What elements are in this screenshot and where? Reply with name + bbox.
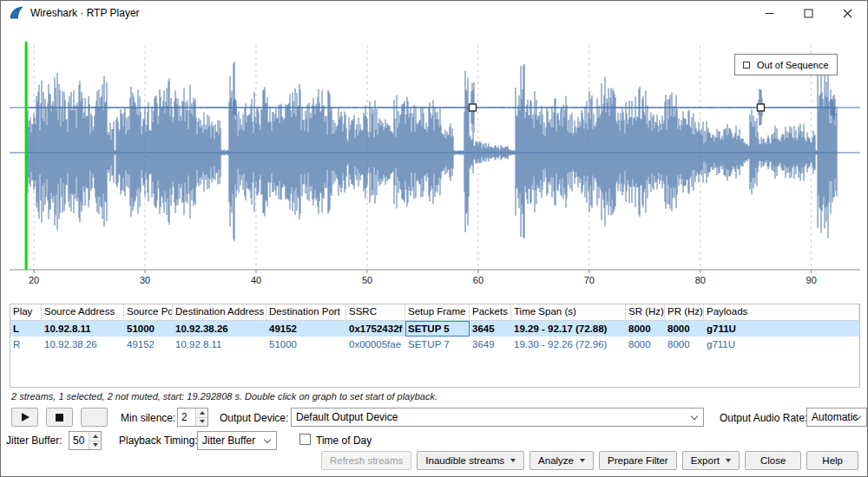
svg-text:40: 40 xyxy=(251,275,261,285)
time-of-day-label: Time of Day xyxy=(316,435,372,447)
column-header-packets[interactable]: Packets xyxy=(470,304,511,320)
column-header-destination-address[interactable]: Destination Address xyxy=(173,304,266,320)
table-cell[interactable]: 51000 xyxy=(124,321,173,337)
export-button[interactable]: Export xyxy=(682,451,740,470)
spinner-buttons[interactable] xyxy=(195,408,207,426)
legend-label: Out of Sequence xyxy=(757,60,829,70)
min-silence-spinner[interactable]: 2 xyxy=(177,408,208,427)
table-cell[interactable]: g711U xyxy=(704,337,859,352)
jitter-buffer-spinner[interactable]: 50 xyxy=(69,431,102,450)
table-cell[interactable]: 10.92.38.26 xyxy=(173,321,266,337)
output-audio-rate-combobox[interactable]: Automatic xyxy=(806,408,867,427)
column-header-sr-hz[interactable]: SR (Hz) xyxy=(626,304,665,320)
column-header-play[interactable]: Play xyxy=(10,304,42,320)
out-of-sequence-marker-icon xyxy=(743,62,750,69)
table-cell[interactable]: 49152 xyxy=(266,321,346,337)
streams-table: PlaySource AddressSource PortDestination… xyxy=(10,304,860,388)
play-icon xyxy=(22,413,30,421)
column-header-pr-hz[interactable]: PR (Hz) xyxy=(665,304,704,320)
waveform-plot[interactable]: 2030405060708090 Out of Sequence xyxy=(10,40,860,291)
inaudible-streams-button[interactable]: Inaudible streams xyxy=(417,451,524,470)
playback-timing-value: Jitter Buffer xyxy=(202,435,255,447)
svg-text:80: 80 xyxy=(695,275,706,285)
window-title: Wireshark · RTP Player xyxy=(30,7,140,19)
time-of-day-checkbox[interactable] xyxy=(299,434,311,445)
table-cell[interactable]: 0x00005fae xyxy=(346,337,405,352)
output-device-label: Output Device: xyxy=(220,412,288,424)
table-cell[interactable]: 49152 xyxy=(124,337,173,352)
output-device-value: Default Output Device xyxy=(296,411,398,423)
prepare-filter-button[interactable]: Prepare Filter xyxy=(599,451,677,470)
table-cell[interactable]: 19.29 - 92.17 (72.88) xyxy=(511,321,626,337)
table-cell[interactable]: 10.92.8.11 xyxy=(42,321,124,337)
wireshark-icon xyxy=(9,5,24,21)
table-cell[interactable]: 3645 xyxy=(470,321,511,337)
table-cell[interactable]: 10.92.38.26 xyxy=(42,337,124,352)
svg-text:20: 20 xyxy=(29,275,39,285)
playback-timing-combobox[interactable]: Jitter Buffer xyxy=(197,431,277,450)
table-cell[interactable]: L xyxy=(10,321,42,337)
min-silence-value: 2 xyxy=(178,408,195,426)
help-button[interactable]: Help xyxy=(806,451,858,470)
dropdown-arrow-icon xyxy=(510,459,516,462)
window-controls xyxy=(750,1,867,25)
legend-out-of-sequence: Out of Sequence xyxy=(734,54,838,75)
pause-button[interactable] xyxy=(81,408,108,427)
table-cell[interactable]: R xyxy=(10,337,42,352)
spin-down-icon[interactable] xyxy=(89,441,101,450)
table-cell[interactable]: SETUP 5 xyxy=(405,321,470,337)
table-body: L10.92.8.115100010.92.38.26491520x175243… xyxy=(10,321,859,352)
svg-text:50: 50 xyxy=(362,275,372,285)
table-cell[interactable]: g711U xyxy=(704,321,859,337)
table-cell[interactable]: 8000 xyxy=(665,337,704,352)
jitter-buffer-value: 50 xyxy=(69,432,89,449)
minimize-button[interactable] xyxy=(750,1,789,25)
table-cell[interactable]: 10.92.8.11 xyxy=(173,337,266,352)
column-header-destination-port[interactable]: Destination Port xyxy=(266,304,346,320)
table-cell[interactable]: 19.30 - 92.26 (72.96) xyxy=(511,337,626,352)
column-header-time-span-s[interactable]: Time Span (s) xyxy=(511,304,626,320)
table-row[interactable]: L10.92.8.115100010.92.38.26491520x175243… xyxy=(10,321,859,337)
dropdown-arrow-icon xyxy=(580,459,585,462)
dropdown-arrow-icon xyxy=(726,459,731,462)
chevron-down-icon xyxy=(264,436,271,443)
play-button[interactable] xyxy=(11,408,38,427)
spin-up-icon[interactable] xyxy=(89,432,101,441)
spinner-buttons[interactable] xyxy=(89,432,101,449)
chevron-down-icon xyxy=(691,413,698,420)
svg-text:30: 30 xyxy=(140,275,150,285)
column-header-source-port[interactable]: Source Port xyxy=(124,304,173,320)
jitter-buffer-label: Jitter Buffer: xyxy=(6,435,62,447)
column-header-source-address[interactable]: Source Address xyxy=(42,304,124,320)
titlebar: Wireshark · RTP Player xyxy=(1,1,867,25)
spin-down-icon[interactable] xyxy=(196,418,207,427)
svg-text:60: 60 xyxy=(473,275,483,285)
table-cell[interactable]: 3649 xyxy=(470,337,511,352)
column-header-ssrc[interactable]: SSRC xyxy=(346,304,405,320)
maximize-button[interactable] xyxy=(789,1,828,25)
refresh-streams-button[interactable]: Refresh streams xyxy=(321,451,411,470)
table-cell[interactable]: SETUP 7 xyxy=(405,337,470,352)
table-cell[interactable]: 0x1752432f xyxy=(346,321,405,337)
stop-button[interactable] xyxy=(46,408,73,427)
output-audio-rate-value: Automatic xyxy=(812,411,858,423)
output-device-combobox[interactable]: Default Output Device xyxy=(291,408,704,427)
waveform-svg: 2030405060708090 xyxy=(10,40,860,291)
playback-timing-label: Playback Timing: xyxy=(119,435,198,447)
close-dialog-button[interactable]: Close xyxy=(745,451,801,470)
min-silence-label: Min silence: xyxy=(121,412,175,424)
column-header-setup-frame[interactable]: Setup Frame xyxy=(405,304,470,320)
svg-text:70: 70 xyxy=(584,275,595,285)
close-button[interactable] xyxy=(828,1,867,25)
column-header-payloads[interactable]: Payloads xyxy=(704,304,859,320)
analyze-button[interactable]: Analyze xyxy=(529,451,594,470)
table-row[interactable]: R10.92.38.264915210.92.8.11510000x00005f… xyxy=(10,337,859,352)
rtp-player-window: Wireshark · RTP Player 2030405060708090 … xyxy=(0,0,868,477)
stop-icon xyxy=(56,414,63,421)
table-cell[interactable]: 8000 xyxy=(626,337,665,352)
table-cell[interactable]: 8000 xyxy=(665,321,704,337)
table-cell[interactable]: 8000 xyxy=(626,321,665,337)
table-cell[interactable]: 51000 xyxy=(266,337,346,352)
spin-up-icon[interactable] xyxy=(196,408,207,418)
output-audio-rate-label: Output Audio Rate: xyxy=(720,412,807,424)
